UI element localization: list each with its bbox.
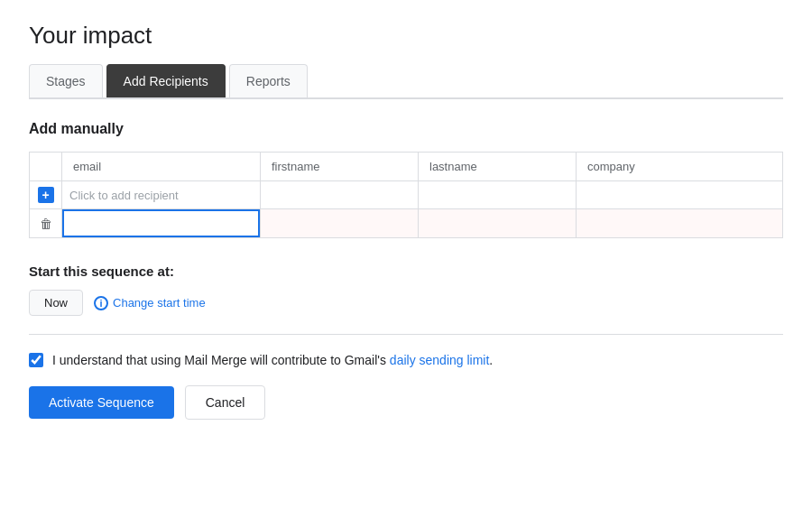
add-row-company-cell — [577, 181, 783, 209]
delete-icon-cell[interactable]: 🗑 — [30, 209, 62, 238]
col-email: email — [62, 153, 261, 181]
editing-firstname-cell — [261, 209, 419, 238]
add-row-firstname-cell — [261, 181, 419, 209]
tabs-bar: Stages Add Recipients Reports — [29, 64, 783, 99]
editing-lastname-cell — [419, 209, 577, 238]
table-row-editing: 🗑 — [30, 209, 783, 238]
add-manually-title: Add manually — [29, 121, 783, 137]
col-lastname: lastname — [419, 153, 577, 181]
editing-company-cell — [577, 209, 783, 238]
change-start-time-link[interactable]: i Change start time — [94, 296, 206, 310]
change-time-label: Change start time — [113, 296, 206, 310]
col-firstname: firstname — [261, 153, 419, 181]
add-row-lastname-cell — [419, 181, 577, 209]
tab-stages[interactable]: Stages — [29, 64, 103, 97]
tab-add-recipients[interactable]: Add Recipients — [106, 64, 226, 97]
table-header-row: email firstname lastname company — [30, 153, 783, 181]
editing-email-cell[interactable] — [62, 209, 261, 238]
sequence-controls: Now i Change start time — [29, 290, 783, 316]
add-recipient-placeholder: Click to add recipient — [69, 189, 179, 202]
add-recipient-icon: + — [38, 187, 54, 203]
sequence-section: Start this sequence at: Now i Change sta… — [29, 264, 783, 316]
add-row-email-cell[interactable]: Click to add recipient — [62, 181, 261, 209]
page-title: Your impact — [29, 22, 783, 50]
table-row-add[interactable]: + Click to add recipient — [30, 181, 783, 209]
action-buttons: Activate Sequence Cancel — [29, 385, 783, 420]
sequence-label: Start this sequence at: — [29, 264, 783, 279]
col-icon — [30, 153, 62, 181]
info-circle-icon: i — [94, 296, 108, 310]
divider — [29, 334, 783, 335]
cancel-button[interactable]: Cancel — [185, 385, 266, 420]
add-row-icon-cell: + — [30, 181, 62, 209]
tab-reports[interactable]: Reports — [229, 64, 308, 97]
recipients-table: email firstname lastname company + Click… — [29, 152, 783, 238]
consent-link[interactable]: daily sending limit — [390, 353, 490, 367]
consent-text-after: . — [489, 353, 493, 367]
col-company: company — [577, 153, 783, 181]
activate-sequence-button[interactable]: Activate Sequence — [29, 386, 174, 419]
email-input[interactable] — [62, 209, 260, 237]
consent-text-before: I understand that using Mail Merge will … — [52, 353, 390, 367]
consent-text: I understand that using Mail Merge will … — [52, 353, 493, 367]
consent-row: I understand that using Mail Merge will … — [29, 353, 783, 367]
now-button[interactable]: Now — [29, 290, 83, 316]
consent-checkbox[interactable] — [29, 353, 43, 367]
delete-row-icon[interactable]: 🗑 — [40, 217, 52, 231]
